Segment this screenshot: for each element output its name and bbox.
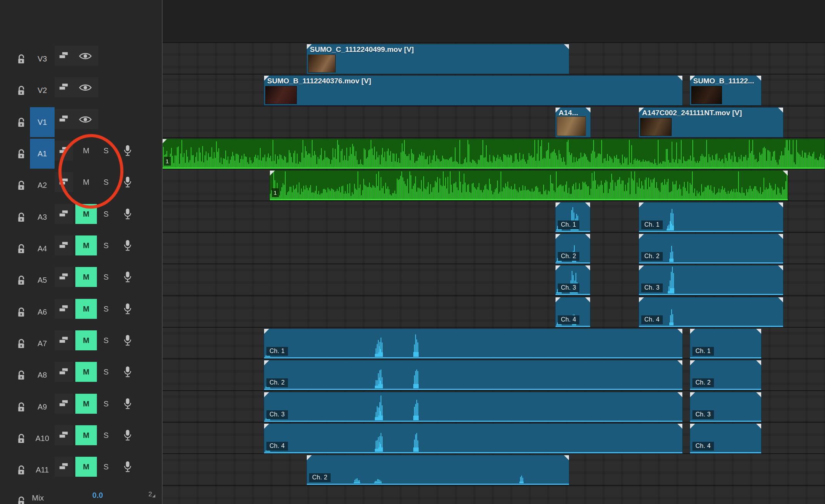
source-patch-icon[interactable] (58, 114, 69, 123)
source-patch-icon[interactable] (58, 304, 69, 313)
solo-button-A7[interactable]: S (96, 330, 116, 350)
track-name-A9[interactable]: A9 (30, 392, 55, 422)
lock-icon[interactable] (17, 496, 25, 504)
track-name-A3[interactable]: A3 (30, 202, 55, 232)
source-patch-icon[interactable] (58, 272, 69, 281)
source-patch-icon[interactable] (58, 462, 69, 471)
voiceover-record-mic-icon[interactable] (123, 366, 132, 378)
waveform-baseline (639, 262, 783, 264)
track-name-A8[interactable]: A8 (30, 360, 55, 390)
panel-timeline-divider[interactable] (162, 0, 163, 504)
lock-icon[interactable] (17, 85, 25, 96)
lock-icon[interactable] (17, 180, 25, 191)
voiceover-record-mic-icon[interactable] (123, 335, 132, 347)
mute-button-A5[interactable]: M (75, 267, 97, 287)
mute-button-A11[interactable]: M (75, 457, 97, 477)
source-patch-icon[interactable] (58, 399, 69, 408)
mix-volume-value[interactable]: 0.0 (85, 491, 110, 500)
track-name-A4[interactable]: A4 (30, 234, 55, 264)
track-name-A7[interactable]: A7 (30, 328, 55, 358)
lock-icon[interactable] (17, 433, 25, 444)
audio-clip-A2[interactable]: 1 (269, 170, 788, 201)
lock-icon[interactable] (17, 370, 25, 381)
clip-corner-tr (564, 44, 569, 49)
solo-button-A9[interactable]: S (96, 394, 116, 414)
mute-button-A9[interactable]: M (75, 394, 97, 414)
voiceover-record-mic-icon[interactable] (123, 303, 132, 315)
video-clip-V3[interactable]: SUMO_C_1112240499.mov [V] (306, 44, 569, 74)
voiceover-record-mic-icon[interactable] (123, 208, 132, 220)
audio-clip-A8[interactable]: Ch. 2 (264, 360, 683, 390)
track-name-A6[interactable]: A6 (30, 297, 55, 327)
track-name-A10[interactable]: A10 (30, 423, 55, 453)
lock-icon[interactable] (17, 149, 25, 159)
audio-clip-A9[interactable]: Ch. 3 (690, 392, 762, 422)
audio-clip-A9[interactable]: Ch. 3 (264, 392, 683, 422)
voiceover-record-mic-icon[interactable] (123, 176, 132, 189)
lock-icon[interactable] (17, 402, 25, 413)
audio-clip-A7[interactable]: Ch. 1 (264, 328, 683, 359)
voiceover-record-mic-icon[interactable] (123, 145, 132, 157)
voiceover-record-mic-icon[interactable] (123, 240, 132, 252)
audio-clip-A10[interactable]: Ch. 4 (690, 423, 762, 454)
solo-button-A11[interactable]: S (96, 457, 116, 477)
source-patch-icon[interactable] (58, 51, 69, 60)
audio-clip-A5[interactable]: Ch. 3 (555, 265, 590, 295)
track-name-V3[interactable]: V3 (30, 44, 55, 74)
lock-icon[interactable] (17, 54, 25, 65)
track-name-A5[interactable]: A5 (30, 265, 55, 295)
audio-clip-A6[interactable]: Ch. 4 (639, 297, 783, 327)
track-name-V1[interactable]: V1 (30, 107, 55, 137)
solo-button-A5[interactable]: S (96, 267, 116, 287)
source-patch-icon[interactable] (58, 367, 69, 376)
solo-button-A4[interactable]: S (96, 235, 116, 255)
audio-clip-A4[interactable]: Ch. 2 (639, 234, 783, 264)
voiceover-record-mic-icon[interactable] (123, 461, 132, 473)
toggle-track-output-eye-icon[interactable] (78, 51, 92, 61)
mute-button-A10[interactable]: M (75, 425, 97, 445)
source-patch-icon[interactable] (58, 209, 69, 218)
voiceover-record-mic-icon[interactable] (123, 271, 132, 284)
track-name-A1[interactable]: A1 (30, 139, 55, 169)
audio-clip-A4[interactable]: Ch. 2 (555, 234, 590, 264)
video-clip-V1[interactable]: A147C002_241111NT.mov [V] (639, 107, 783, 138)
voiceover-record-mic-icon[interactable] (123, 429, 132, 442)
audio-clip-A1[interactable]: 1 (161, 139, 825, 169)
audio-clip-A8[interactable]: Ch. 2 (690, 360, 762, 390)
lock-icon[interactable] (17, 117, 25, 128)
mute-button-A7[interactable]: M (75, 330, 97, 350)
toggle-track-output-eye-icon[interactable] (78, 83, 92, 92)
lock-icon[interactable] (17, 244, 25, 254)
mute-button-A8[interactable]: M (75, 362, 97, 382)
lock-icon[interactable] (17, 212, 25, 223)
track-name-V2[interactable]: V2 (30, 75, 55, 105)
voiceover-record-mic-icon[interactable] (123, 398, 132, 410)
lock-icon[interactable] (17, 465, 25, 476)
track-name-A2[interactable]: A2 (30, 170, 55, 200)
solo-button-A8[interactable]: S (96, 362, 116, 382)
toggle-track-output-eye-icon[interactable] (78, 115, 92, 124)
audio-clip-A10[interactable]: Ch. 4 (264, 423, 683, 454)
video-clip-V2[interactable]: SUMO_B_1112240376.mov [V] (264, 75, 683, 106)
audio-clip-A6[interactable]: Ch. 4 (555, 297, 590, 327)
audio-clip-A5[interactable]: Ch. 3 (639, 265, 783, 295)
audio-clip-A11[interactable]: Ch. 2 (306, 455, 569, 485)
source-patch-icon[interactable] (58, 430, 69, 439)
source-patch-icon[interactable] (58, 240, 69, 250)
mute-button-A4[interactable]: M (75, 235, 97, 255)
solo-button-A6[interactable]: S (96, 299, 116, 319)
video-clip-V2[interactable]: SUMO_B_11122... (690, 75, 762, 106)
video-clip-V1[interactable]: A14... (555, 107, 591, 138)
solo-button-A10[interactable]: S (96, 425, 116, 445)
source-patch-icon[interactable] (58, 82, 69, 91)
track-name-A11[interactable]: A11 (30, 455, 55, 485)
lock-icon[interactable] (17, 307, 25, 318)
audio-clip-A7[interactable]: Ch. 1 (690, 328, 762, 359)
audio-clip-A3[interactable]: Ch. 1 (639, 202, 783, 232)
source-patch-icon[interactable] (58, 335, 69, 345)
audio-clip-A3[interactable]: Ch. 1 (555, 202, 590, 232)
track-row-A11: A11MS (0, 454, 162, 486)
lock-icon[interactable] (17, 275, 25, 286)
lock-icon[interactable] (17, 338, 25, 349)
mute-button-A6[interactable]: M (75, 299, 97, 319)
